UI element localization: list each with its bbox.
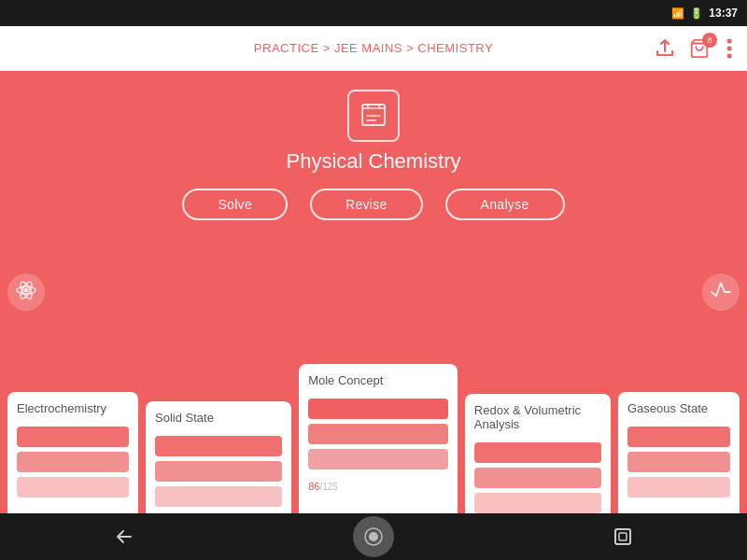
right-nav-button[interactable] [702,273,740,311]
bar2 [17,452,129,472]
more-button[interactable] [726,38,732,59]
battery-icon: 🔋 [690,7,703,20]
svg-point-10 [369,532,378,541]
breadcrumb: PRACTICE > JEE MAINS > CHEMISTRY [254,41,493,55]
subject-header: Physical Chemistry Solve Revise Analyse [0,71,747,248]
card-redox-bars [474,442,601,513]
bar2 [308,424,448,444]
upload-button[interactable] [654,38,676,59]
card-solid-state-bars [155,436,282,507]
cart-badge: 8 [702,33,717,48]
bar2 [155,461,282,482]
score-total: /125 [319,482,337,492]
bar3 [627,477,730,497]
bar1 [155,436,282,456]
score-value: 86 [308,481,319,492]
main-content: Physical Chemistry Solve Revise Analyse … [0,71,747,513]
nav-bar: PRACTICE > JEE MAINS > CHEMISTRY 8 [0,26,747,71]
card-mole-concept[interactable]: Mole Concept 86/125 [299,364,458,513]
svg-point-3 [727,53,732,58]
bar2 [627,452,730,472]
subject-title: Physical Chemistry [286,149,460,174]
bar2 [474,468,601,488]
sqrt-icon [710,279,732,306]
bar1 [17,427,129,447]
bar1 [474,442,601,463]
bar3 [474,493,601,513]
card-mole-concept-score: 86/125 [308,477,448,494]
svg-point-1 [727,38,732,43]
card-solid-state[interactable]: Solid State [146,401,291,513]
svg-rect-12 [619,533,627,540]
bar3 [308,449,448,469]
card-electrochemistry[interactable]: Electrochemistry [7,392,138,513]
cards-section: Electrochemistry Solid State Mole Concep… [0,327,747,513]
bar1 [627,427,730,447]
card-gaseous-state[interactable]: Gaseous State [618,392,740,513]
back-button[interactable] [106,518,143,555]
home-button[interactable] [353,516,394,557]
bar3 [17,477,129,497]
book-icon [347,90,400,142]
status-time: 13:37 [709,7,738,20]
cart-button[interactable]: 8 [689,38,710,59]
svg-rect-11 [615,529,630,544]
analyse-button[interactable]: Analyse [445,189,565,220]
action-buttons: Solve Revise Analyse [182,189,564,220]
card-gaseous-state-title: Gaseous State [627,401,730,415]
bottom-bar [0,513,747,560]
left-nav-button[interactable] [7,273,45,311]
card-electrochemistry-title: Electrochemistry [17,401,129,415]
card-gaseous-state-bars [627,427,730,497]
svg-point-4 [24,287,29,292]
card-redox[interactable]: Redox & Volumetric Analysis [465,394,611,513]
card-solid-state-title: Solid State [155,411,282,425]
revise-button[interactable]: Revise [310,189,423,220]
svg-point-2 [727,46,732,50]
card-mole-concept-bars [308,399,448,469]
bar1 [308,399,448,419]
recents-button[interactable] [604,518,641,555]
card-mole-concept-title: Mole Concept [308,373,448,387]
solve-button[interactable]: Solve [182,189,288,220]
atom-icon [15,279,37,306]
card-redox-title: Redox & Volumetric Analysis [474,403,601,431]
status-bar: 📶 🔋 13:37 [0,0,747,26]
wifi-icon: 📶 [671,7,684,20]
nav-actions: 8 [654,38,732,59]
card-electrochemistry-bars [17,427,129,497]
bar3 [155,486,282,507]
